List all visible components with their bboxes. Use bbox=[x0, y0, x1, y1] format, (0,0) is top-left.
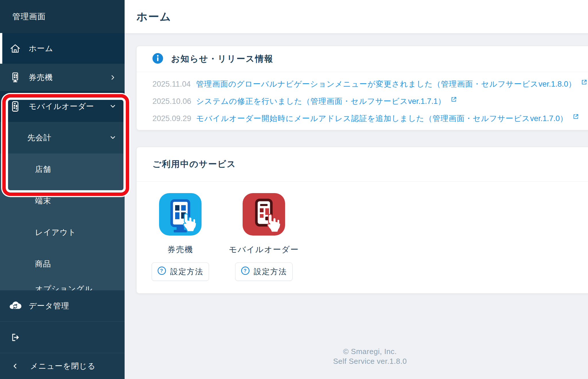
notice-link[interactable]: モバイルオーダー開始時にメールアドレス認証を追加しました（管理画面・セルフサービ… bbox=[196, 113, 579, 124]
home-icon bbox=[9, 43, 22, 54]
sidebar-item-label: 商品 bbox=[35, 259, 51, 269]
notice-version: ver.1.8.0 bbox=[538, 80, 568, 89]
external-link-icon bbox=[581, 79, 587, 88]
notice-text: システムの修正を行いました（管理画面・セルフサービス bbox=[196, 96, 408, 106]
external-link-icon bbox=[572, 113, 579, 122]
services-card-header: ご利用中のサービス bbox=[137, 147, 588, 182]
main-area: ホーム お知らせ・リリース情報 202 bbox=[125, 0, 588, 379]
chevron-right-icon bbox=[109, 74, 117, 81]
notices-card-header: お知らせ・リリース情報 bbox=[137, 46, 588, 72]
chevron-down-icon bbox=[109, 103, 117, 110]
version-text: Self Service ver.1.8.0 bbox=[136, 356, 588, 366]
notice-list: 2025.11.04 管理画面のグローバルナビゲーションメニューが変更されました… bbox=[137, 72, 588, 130]
sidebar: 管理画面 ホーム bbox=[0, 0, 125, 379]
sidebar-item-terminal[interactable]: 端末 bbox=[0, 185, 125, 217]
info-icon bbox=[152, 53, 163, 65]
sidebar-item-mobile-order[interactable]: モバイルオーダー bbox=[0, 91, 125, 122]
services-body: 券売機 ? 設定方法 bbox=[137, 182, 588, 281]
notice-row: 2025.09.29 モバイルオーダー開始時にメールアドレス認証を追加しました（… bbox=[152, 110, 587, 127]
sidebar-item-label: 店舗 bbox=[35, 164, 51, 174]
main-header: ホーム bbox=[125, 0, 588, 33]
sidebar-bottom: データ管理 メニューを閉じる bbox=[0, 290, 125, 379]
sidebar-nav: ホーム 券売機 bbox=[0, 33, 125, 290]
sidebar-title: 管理画面 bbox=[0, 0, 125, 33]
service-kiosk: 券売機 ? 設定方法 bbox=[152, 193, 209, 281]
services-card: ご利用中のサービス bbox=[136, 147, 588, 294]
service-name: 券売機 bbox=[167, 244, 193, 255]
notice-version: ver.1.7.0 bbox=[530, 114, 560, 123]
sidebar-item-label: ホーム bbox=[29, 43, 53, 54]
notice-paren: ） bbox=[568, 79, 576, 89]
notice-paren: ） bbox=[438, 96, 446, 106]
question-circle-icon: ? bbox=[241, 266, 250, 277]
sidebar-item-home[interactable]: ホーム bbox=[0, 33, 125, 64]
page-footer: © Smaregi, Inc. Self Service ver.1.8.0 bbox=[136, 347, 588, 366]
sidebar-item-store[interactable]: 店舗 bbox=[0, 153, 125, 185]
kiosk-icon bbox=[9, 72, 22, 83]
notices-card-title: お知らせ・リリース情報 bbox=[171, 53, 273, 65]
external-link-icon bbox=[450, 96, 457, 105]
services-card-title: ご利用中のサービス bbox=[152, 158, 236, 170]
sidebar-item-precheckout[interactable]: 先会計 bbox=[0, 122, 125, 153]
notices-card: お知らせ・リリース情報 2025.11.04 管理画面のグローバルナビゲーション… bbox=[136, 46, 588, 130]
mobile-order-service-icon[interactable] bbox=[243, 193, 285, 236]
service-name: モバイルオーダー bbox=[229, 244, 299, 255]
sidebar-item-label: 先会計 bbox=[27, 133, 51, 143]
kiosk-setup-button[interactable]: ? 設定方法 bbox=[152, 263, 209, 281]
notice-text: モバイルオーダー開始時にメールアドレス認証を追加しました（管理画面・セルフサービ… bbox=[196, 113, 530, 124]
notice-date: 2025.10.06 bbox=[152, 97, 196, 106]
sidebar-item-label: モバイルオーダー bbox=[29, 101, 94, 112]
notice-date: 2025.11.04 bbox=[152, 80, 196, 89]
sidebar-item-label: メニューを閉じる bbox=[30, 361, 96, 371]
sign-out-icon bbox=[9, 332, 22, 343]
chevron-left-icon bbox=[9, 362, 22, 370]
sidebar-item-close-menu[interactable]: メニューを閉じる bbox=[0, 353, 125, 379]
setup-button-label: 設定方法 bbox=[170, 267, 204, 277]
page-title: ホーム bbox=[136, 9, 171, 24]
notice-text: 管理画面のグローバルナビゲーションメニューが変更されました（管理画面・セルフサー… bbox=[196, 79, 538, 89]
copyright-text: © Smaregi, Inc. bbox=[136, 347, 588, 356]
notice-link[interactable]: システムの修正を行いました（管理画面・セルフサービス ver.1.7.1） bbox=[196, 96, 457, 106]
sidebar-item-layout[interactable]: レイアウト bbox=[0, 217, 125, 248]
notice-row: 2025.11.04 管理画面のグローバルナビゲーションメニューが変更されました… bbox=[152, 75, 587, 93]
notice-row: 2025.10.06 システムの修正を行いました（管理画面・セルフサービス ve… bbox=[152, 93, 587, 110]
sidebar-item-label: 端末 bbox=[35, 196, 51, 206]
chevron-down-icon bbox=[109, 134, 117, 141]
main-content: お知らせ・リリース情報 2025.11.04 管理画面のグローバルナビゲーション… bbox=[125, 33, 588, 379]
sidebar-item-label: レイアウト bbox=[35, 227, 76, 238]
sidebar-item-kiosk[interactable]: 券売機 bbox=[0, 64, 125, 91]
setup-button-label: 設定方法 bbox=[254, 267, 287, 277]
sidebar-item-option-group[interactable]: オプショングル bbox=[0, 280, 125, 290]
notice-paren: ） bbox=[560, 113, 568, 124]
sidebar-item-label: オプショングル bbox=[35, 284, 92, 290]
sidebar-item-label: データ管理 bbox=[29, 301, 69, 311]
sidebar-item-label: 券売機 bbox=[29, 72, 53, 83]
svg-text:?: ? bbox=[160, 268, 163, 273]
notice-link[interactable]: 管理画面のグローバルナビゲーションメニューが変更されました（管理画面・セルフサー… bbox=[196, 79, 587, 89]
notice-date: 2025.09.29 bbox=[152, 114, 196, 123]
kiosk-service-icon[interactable] bbox=[159, 193, 202, 236]
sidebar-item-product[interactable]: 商品 bbox=[0, 248, 125, 280]
svg-text:?: ? bbox=[243, 268, 247, 273]
notice-version: ver.1.7.1 bbox=[408, 97, 438, 106]
question-circle-icon: ? bbox=[157, 266, 166, 277]
sidebar-item-data-management[interactable]: データ管理 bbox=[0, 290, 125, 321]
sidebar-item-logout[interactable] bbox=[0, 321, 125, 353]
app-root: 管理画面 ホーム bbox=[0, 0, 588, 379]
mobile-order-setup-button[interactable]: ? 設定方法 bbox=[235, 263, 293, 281]
cloud-sync-icon bbox=[9, 300, 22, 311]
mobile-icon bbox=[9, 101, 22, 112]
service-mobile-order: モバイルオーダー ? 設定方法 bbox=[235, 193, 293, 281]
